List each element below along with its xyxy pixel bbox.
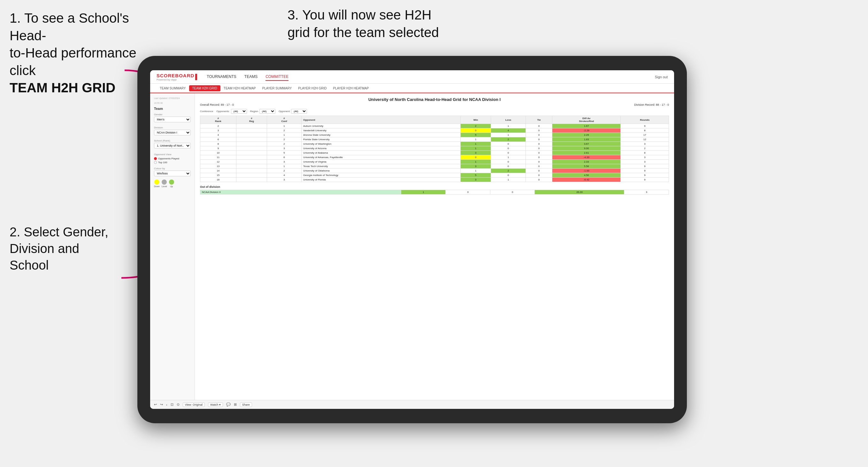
grid-area: University of North Carolina Head-to-Hea…	[195, 93, 674, 400]
view-original-button[interactable]: View: Original	[183, 403, 205, 407]
legend-up-circle	[169, 180, 174, 185]
nav-links: TOURNAMENTS TEAMS COMMITTEE	[207, 73, 655, 81]
out-of-div-row: NCAA Division II 1 0 0 26.00 3	[200, 190, 669, 194]
filter-opponent: Opponent (All)	[279, 109, 307, 114]
filter-opponent-select[interactable]: (All)	[291, 109, 307, 114]
col-win: Win	[461, 116, 491, 124]
logo-sub: Powered by clippi	[157, 79, 194, 81]
layout-icon[interactable]: ⊞	[234, 403, 237, 407]
col-diff: Diff AvStrokes/Rnd	[552, 116, 620, 124]
out-of-div-diff: 26.00	[535, 190, 624, 194]
h2h-table: #Rank #Reg #Conf Opponent Win Loss Tie D…	[200, 116, 669, 182]
colour-by-label: Colour by	[154, 167, 191, 170]
legend-level-circle	[162, 180, 167, 185]
nav-tournaments[interactable]: TOURNAMENTS	[207, 73, 236, 81]
out-of-division-label: Out of division	[200, 185, 669, 188]
nav-committee[interactable]: COMMITTEE	[266, 73, 288, 81]
table-row: 12 3 University of Virginia 1 0 0 2.33 3	[200, 160, 669, 164]
subnav-team-summary[interactable]: TEAM SUMMARY	[157, 85, 189, 91]
navbar: SCOREBOARD Powered by clippi TOURNAMENTS…	[150, 70, 674, 84]
subnav-player-h2h-heatmap[interactable]: PLAYER H2H HEATMAP	[330, 85, 372, 91]
colour-by-select[interactable]: Win/loss	[154, 170, 191, 176]
filter-opponents-select[interactable]: (All)	[231, 109, 247, 114]
out-of-div-name: NCAA Division II	[200, 190, 401, 194]
share-button[interactable]: Share	[240, 403, 252, 407]
school-label: School (Rank)	[154, 139, 191, 142]
opponent-view-label: Opponent View	[154, 153, 191, 156]
timestamp: Last Updated: 27/03/2024	[154, 97, 191, 99]
col-tie: Tie	[526, 116, 552, 124]
legend-down: Down	[154, 180, 160, 187]
out-of-div-rounds: 3	[624, 190, 669, 194]
logo-bar	[195, 74, 197, 80]
watch-button[interactable]: Watch ▾	[208, 403, 223, 407]
annotation-2: 2. Select Gender, Division and School	[9, 224, 131, 274]
team-label: Team	[154, 107, 191, 111]
sidebar: Last Updated: 27/03/2024 16:55:38 Team G…	[150, 93, 195, 400]
back-icon[interactable]: ‹	[166, 403, 167, 407]
col-loss: Loss	[491, 116, 526, 124]
comment-icon[interactable]: 💬	[226, 403, 231, 407]
school-select[interactable]: 1. University of Nort...	[154, 143, 191, 149]
col-conf: #Conf	[267, 116, 302, 124]
table-row: 3 2 Vanderbilt University 0 4 0 -2.29 8	[200, 128, 669, 133]
gender-label: Gender	[154, 113, 191, 116]
main-content: Last Updated: 27/03/2024 16:55:38 Team G…	[150, 93, 674, 400]
radio-opponents-played[interactable]: Opponents Played	[154, 157, 191, 160]
filter-region: Region (All)	[250, 109, 275, 114]
table-row: 9 3 University of Arizona 1 0 0 9.00 2	[200, 146, 669, 151]
undo-icon[interactable]: ↩	[154, 403, 157, 407]
redo-icon[interactable]: ↪	[160, 403, 163, 407]
filter-row: Conference Opponents: (All) Region (All)	[200, 109, 669, 114]
legend-up: Up	[169, 180, 174, 187]
filter-opponents: Opponents: (All)	[216, 109, 247, 114]
opponent-view-radios: Opponents Played Top 100	[154, 157, 191, 164]
subnav-team-h2h-heatmap[interactable]: TEAM H2H HEATMAP	[220, 85, 259, 91]
out-of-div-table: NCAA Division II 1 0 0 26.00 3	[200, 190, 669, 194]
annotation-1: 1. To see a School's Head- to-Head perfo…	[9, 9, 150, 97]
radio-dot-checked	[154, 157, 157, 160]
table-row: 4 1 Arizona State University 5 1 0 2.29 …	[200, 133, 669, 137]
timestamp-time: 16:55:38	[154, 102, 191, 104]
col-rank: #Rank	[200, 116, 237, 124]
grid-title: University of North Carolina Head-to-Hea…	[200, 97, 669, 102]
col-opponent: Opponent	[301, 116, 460, 124]
col-reg: #Reg	[236, 116, 267, 124]
table-row: 6 2 Florida State University 1 2 0 1.83 …	[200, 137, 669, 142]
colour-legend: Down Level Up	[154, 180, 191, 187]
annotation-3: 3. You will now see H2H grid for the tea…	[287, 6, 473, 41]
nav-teams[interactable]: TEAMS	[244, 73, 257, 81]
out-of-div-win: 1	[401, 190, 445, 194]
filter-conf: Conference	[200, 110, 213, 113]
out-of-div-loss: 0	[446, 190, 490, 194]
subnav-team-h2h-grid[interactable]: TEAM H2H GRID	[189, 85, 220, 91]
grid-records: Overall Record: 89 - 17 - 0 Division Rec…	[200, 103, 669, 106]
tablet-screen: SCOREBOARD Powered by clippi TOURNAMENTS…	[150, 70, 674, 409]
subnav-player-h2h-grid[interactable]: PLAYER H2H GRID	[295, 85, 330, 91]
crop-icon[interactable]: ⊡	[170, 403, 174, 407]
division-select[interactable]: NCAA Division I	[154, 130, 191, 135]
legend-down-circle	[154, 180, 159, 185]
table-row: 14 2 University of Oklahoma 1 2 0 -1.00 …	[200, 169, 669, 173]
logo-text: SCOREBOARD	[157, 73, 194, 78]
tablet-frame: SCOREBOARD Powered by clippi TOURNAMENTS…	[137, 56, 687, 423]
radio-dot	[154, 161, 157, 164]
sign-out-button[interactable]: Sign out	[655, 75, 668, 79]
radio-top100[interactable]: Top 100	[154, 161, 191, 164]
logo: SCOREBOARD Powered by clippi	[157, 73, 197, 81]
col-rounds: Rounds	[621, 116, 669, 124]
table-row: 11 6 University of Arkansas, Fayettevill…	[200, 155, 669, 160]
toolbar: ↩ ↪ ‹ ⊡ ⊙ View: Original Watch ▾ 💬 ⊞ Sha…	[150, 400, 674, 409]
settings-icon[interactable]: ⊙	[177, 403, 180, 407]
table-row: 10 5 University of Alabama 3 0 0 2.61 8	[200, 151, 669, 155]
table-row: 16 3 University of Florida 3 1 0 -6.42 9	[200, 178, 669, 182]
gender-select[interactable]: Men's	[154, 117, 191, 122]
subnav-player-summary[interactable]: PLAYER SUMMARY	[259, 85, 295, 91]
table-row: 13 1 Texas Tech University 3 0 0 5.56 9	[200, 164, 669, 169]
filter-region-select[interactable]: (All)	[259, 109, 275, 114]
table-row: 15 4 Georgia Institute of Technology 5 0…	[200, 173, 669, 178]
subnav: TEAM SUMMARY TEAM H2H GRID TEAM H2H HEAT…	[150, 84, 674, 93]
table-row: 2 1 Auburn University 2 1 0 1.67 9	[200, 124, 669, 128]
out-of-div-tie: 0	[490, 190, 534, 194]
table-row: 8 2 University of Washington 1 0 0 3.67 …	[200, 142, 669, 146]
